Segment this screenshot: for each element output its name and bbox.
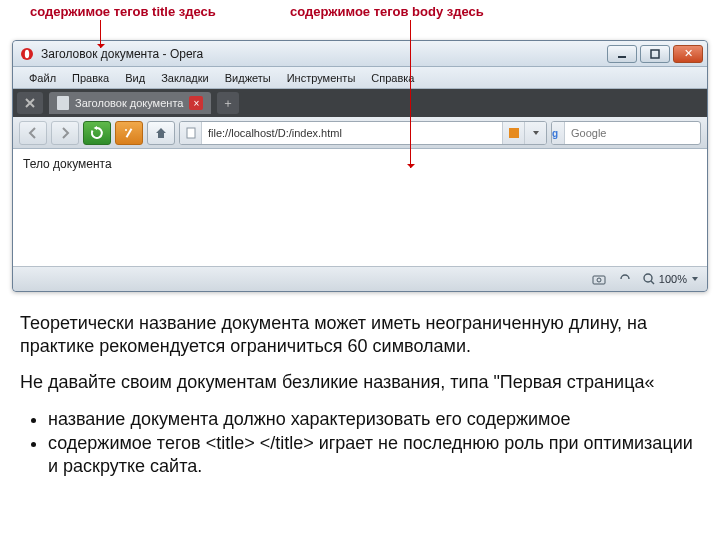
menubar: Файл Правка Вид Закладки Виджеты Инструм… <box>13 67 707 89</box>
sync-icon[interactable] <box>617 271 633 287</box>
page-viewport: Тело документа <box>13 149 707 267</box>
svg-point-10 <box>597 278 601 282</box>
back-button[interactable] <box>19 121 47 145</box>
menu-widgets[interactable]: Виджеты <box>217 69 279 87</box>
status-bar: 100% <box>13 267 707 291</box>
opera-icon <box>19 46 35 62</box>
page-icon <box>185 127 197 139</box>
svg-rect-2 <box>618 56 626 58</box>
tab-active[interactable]: Заголовок документа × <box>49 92 211 114</box>
tab-close-button[interactable]: × <box>189 96 203 110</box>
site-info-button[interactable] <box>180 122 202 144</box>
zoom-icon <box>643 273 655 285</box>
article-paragraph: Теоретически название документа может им… <box>20 312 700 357</box>
close-button[interactable]: ✕ <box>673 45 703 63</box>
maximize-button[interactable] <box>640 45 670 63</box>
zoom-value: 100% <box>659 273 687 285</box>
camera-icon[interactable] <box>591 271 607 287</box>
minimize-button[interactable] <box>607 45 637 63</box>
browser-window: Заголовок документа - Opera ✕ Файл Правк… <box>12 40 708 292</box>
svg-point-5 <box>125 129 127 131</box>
wand-button[interactable] <box>115 121 143 145</box>
menu-edit[interactable]: Правка <box>64 69 117 87</box>
home-button[interactable] <box>147 121 175 145</box>
document-icon <box>57 96 69 110</box>
menu-view[interactable]: Вид <box>117 69 153 87</box>
callout-title-tag: содержимое тегов title здесь <box>30 4 216 19</box>
search-bar: g <box>551 121 701 145</box>
svg-rect-9 <box>593 276 605 284</box>
page-body-text: Тело документа <box>23 157 112 171</box>
search-engine-button[interactable]: g <box>552 122 565 144</box>
search-input[interactable] <box>565 127 701 139</box>
url-input[interactable] <box>202 122 502 144</box>
article-paragraph: Не давайте своим документам безликие наз… <box>20 371 700 394</box>
svg-line-12 <box>651 281 654 284</box>
google-icon: g <box>552 127 564 139</box>
titlebar: Заголовок документа - Opera ✕ <box>13 41 707 67</box>
closed-tabs-button[interactable] <box>17 92 43 114</box>
svg-rect-6 <box>187 128 195 138</box>
window-title: Заголовок документа - Opera <box>41 47 607 61</box>
feed-button[interactable] <box>502 122 524 144</box>
svg-rect-7 <box>509 128 519 138</box>
menu-bookmarks[interactable]: Закладки <box>153 69 217 87</box>
chevron-down-icon <box>691 275 699 283</box>
svg-point-1 <box>25 49 29 58</box>
addr-dropdown-button[interactable] <box>524 122 546 144</box>
svg-rect-3 <box>651 50 659 58</box>
article-list-item: содержимое тегов <title> </title> играет… <box>48 432 700 477</box>
callout-body-tag: содержимое тегов body здесь <box>290 4 484 19</box>
reload-button[interactable] <box>83 121 111 145</box>
tab-label: Заголовок документа <box>75 97 183 109</box>
svg-text:g: g <box>552 128 558 139</box>
tabstrip: Заголовок документа × ＋ <box>13 89 707 117</box>
article-list-item: название документа должно характеризоват… <box>48 408 700 431</box>
article-text: Теоретически название документа может им… <box>0 292 720 497</box>
zoom-control[interactable]: 100% <box>643 273 699 285</box>
address-bar <box>179 121 547 145</box>
nav-toolbar: g <box>13 117 707 149</box>
new-tab-button[interactable]: ＋ <box>217 92 239 114</box>
menu-help[interactable]: Справка <box>363 69 422 87</box>
menu-tools[interactable]: Инструменты <box>279 69 364 87</box>
arrow-icon <box>100 20 101 48</box>
menu-file[interactable]: Файл <box>21 69 64 87</box>
arrow-icon <box>410 20 411 168</box>
annotation-layer: содержимое тегов title здесь содержимое … <box>0 0 720 36</box>
svg-point-11 <box>644 274 652 282</box>
forward-button[interactable] <box>51 121 79 145</box>
